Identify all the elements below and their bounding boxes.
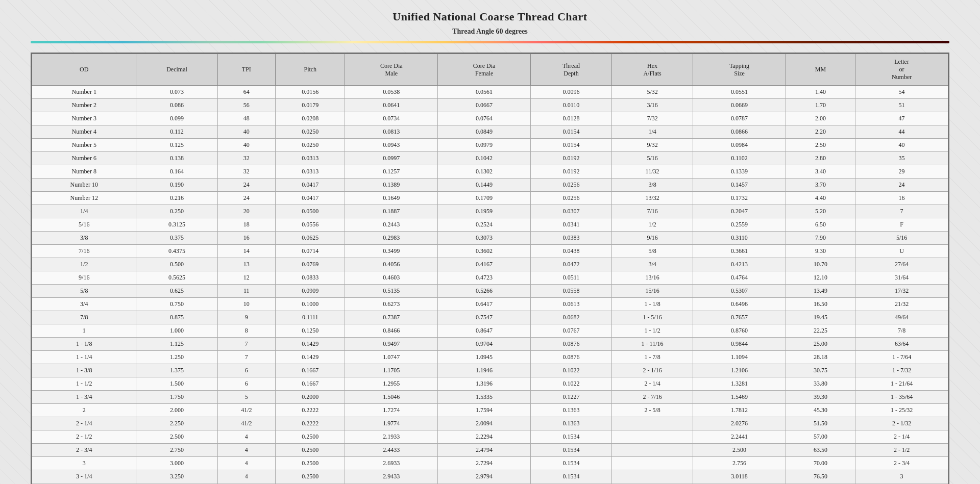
table-cell: 25.00 bbox=[786, 338, 855, 351]
table-cell: 5/32 bbox=[612, 86, 693, 99]
table-cell: 2.50 bbox=[786, 139, 855, 152]
table-cell: 2 - 1/4 bbox=[32, 417, 136, 430]
table-cell: 11/32 bbox=[612, 165, 693, 179]
table-row: 2 - 3/42.75040.25002.44332.47940.15342.5… bbox=[32, 444, 948, 457]
table-cell: 2.250 bbox=[136, 417, 217, 430]
table-cell: 1.2955 bbox=[345, 377, 438, 391]
table-cell: 3.250 bbox=[136, 470, 217, 483]
table-cell: 1.3281 bbox=[693, 377, 786, 391]
table-cell: 21/32 bbox=[855, 298, 948, 311]
table-cell: 1.750 bbox=[136, 391, 217, 404]
table-cell: 0.1363 bbox=[530, 404, 611, 417]
table-cell: 0.1302 bbox=[438, 165, 531, 179]
table-row: Number 50.125400.02500.09430.09790.01549… bbox=[32, 139, 948, 152]
table-cell: 3/8 bbox=[32, 232, 136, 245]
table-row: Number 80.164320.03130.12570.13020.01921… bbox=[32, 165, 948, 179]
table-cell: 1.9774 bbox=[345, 417, 438, 430]
table-cell: 1.70 bbox=[786, 99, 855, 112]
table-row: Number 30.099480.02080.07340.07640.01287… bbox=[32, 112, 948, 125]
table-cell: 0.0192 bbox=[530, 165, 611, 179]
table-cell: 1 - 1/2 bbox=[612, 324, 693, 338]
table-cell: 1.375 bbox=[136, 364, 217, 377]
table-row: 3 - 1/43.25040.25002.94332.97940.15343.0… bbox=[32, 470, 948, 483]
table-cell: 0.1250 bbox=[276, 324, 345, 338]
table-cell: 0.5135 bbox=[345, 285, 438, 298]
table-row: 1 - 1/41.25070.14291.07471.09450.08761 -… bbox=[32, 351, 948, 364]
table-cell: 5 bbox=[217, 391, 276, 404]
table-cell: 1.1094 bbox=[693, 351, 786, 364]
table-cell: 39.30 bbox=[786, 391, 855, 404]
table-cell: 0.1363 bbox=[530, 417, 611, 430]
table-row: 5/80.625110.09090.51350.52660.055815/160… bbox=[32, 285, 948, 298]
table-cell: 5/16 bbox=[612, 152, 693, 165]
table-cell: 0.4213 bbox=[693, 258, 786, 271]
table-cell: 0.0341 bbox=[530, 218, 611, 232]
table-cell: 0.875 bbox=[136, 311, 217, 324]
table-cell: 5/16 bbox=[32, 218, 136, 232]
table-cell: 32 bbox=[217, 165, 276, 179]
page-container: Unified National Coarse Thread Chart Thr… bbox=[0, 0, 980, 484]
table-cell: F bbox=[855, 218, 948, 232]
table-cell: 2 - 3/4 bbox=[32, 444, 136, 457]
table-cell: 1.000 bbox=[136, 324, 217, 338]
table-cell bbox=[612, 457, 693, 470]
table-cell: 1 - 1/8 bbox=[32, 338, 136, 351]
table-cell: 0.1959 bbox=[438, 205, 531, 218]
table-row: 2 - 1/42.25041/20.22221.97742.00940.1363… bbox=[32, 417, 948, 430]
table-cell: 0.0208 bbox=[276, 112, 345, 125]
table-cell: 0.1022 bbox=[530, 377, 611, 391]
table-cell: 0.0714 bbox=[276, 245, 345, 258]
table-cell: 76.50 bbox=[786, 470, 855, 483]
table-cell: Number 3 bbox=[32, 112, 136, 125]
table-cell bbox=[612, 470, 693, 483]
table-cell: 1.2106 bbox=[693, 364, 786, 377]
table-cell: 0.8466 bbox=[345, 324, 438, 338]
header-core-male: Core DiaMale bbox=[345, 54, 438, 86]
table-cell: 0.0256 bbox=[530, 192, 611, 205]
table-cell: 0.6417 bbox=[438, 298, 531, 311]
table-cell: 0.1111 bbox=[276, 311, 345, 324]
table-cell: 2 - 1/16 bbox=[612, 364, 693, 377]
table-cell: 0.7657 bbox=[693, 311, 786, 324]
table-row: 1/20.500130.07690.40560.41670.04723/40.4… bbox=[32, 258, 948, 271]
header-decimal: Decimal bbox=[136, 54, 217, 86]
table-cell: 4.40 bbox=[786, 192, 855, 205]
table-cell: 0.1534 bbox=[530, 470, 611, 483]
table-cell: 2 bbox=[32, 404, 136, 417]
table-cell: 0.1429 bbox=[276, 351, 345, 364]
table-cell: 0.5307 bbox=[693, 285, 786, 298]
table-cell: 0.0984 bbox=[693, 139, 786, 152]
table-cell: 57.00 bbox=[786, 430, 855, 444]
table-cell: 0.0110 bbox=[530, 99, 611, 112]
table-cell: 0.3499 bbox=[345, 245, 438, 258]
table-cell: 0.1732 bbox=[693, 192, 786, 205]
table-cell: 49/64 bbox=[855, 311, 948, 324]
table-cell: 40 bbox=[217, 125, 276, 139]
table-cell: 0.0943 bbox=[345, 139, 438, 152]
table-cell: 0.0641 bbox=[345, 99, 438, 112]
table-cell: 0.164 bbox=[136, 165, 217, 179]
table-cell: 0.3661 bbox=[693, 245, 786, 258]
table-cell: 0.9704 bbox=[438, 338, 531, 351]
table-cell: 0.0734 bbox=[345, 112, 438, 125]
table-cell: 0.4764 bbox=[693, 271, 786, 285]
table-cell: 35 bbox=[855, 152, 948, 165]
table-cell: 0.1389 bbox=[345, 179, 438, 192]
table-cell: 1 - 3/4 bbox=[32, 391, 136, 404]
table-cell: 14 bbox=[217, 245, 276, 258]
table-cell: 0.0154 bbox=[530, 139, 611, 152]
table-cell: 1/4 bbox=[612, 125, 693, 139]
table-cell: 3/4 bbox=[612, 258, 693, 271]
table-cell: 0.1709 bbox=[438, 192, 531, 205]
table-cell: 2.7294 bbox=[438, 457, 531, 470]
table-cell: 0.0256 bbox=[530, 179, 611, 192]
table-cell: 0.0154 bbox=[530, 125, 611, 139]
table-cell: 2 - 3/4 bbox=[855, 457, 948, 470]
table-cell: 0.0313 bbox=[276, 165, 345, 179]
table-cell: 16 bbox=[217, 232, 276, 245]
table-cell: 4 bbox=[217, 457, 276, 470]
table-cell: 2.00 bbox=[786, 112, 855, 125]
table-cell: 0.0769 bbox=[276, 258, 345, 271]
table-cell: 0.0682 bbox=[530, 311, 611, 324]
table-cell: 0.0667 bbox=[438, 99, 531, 112]
